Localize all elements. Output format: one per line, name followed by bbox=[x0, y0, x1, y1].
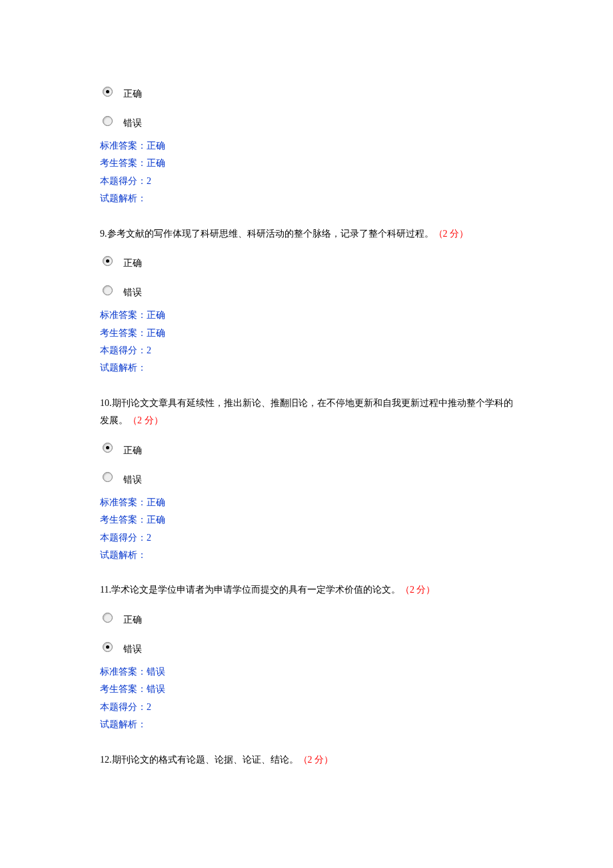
score-value: 2 bbox=[147, 345, 151, 355]
question-number: 12. bbox=[100, 755, 112, 765]
question-text: 12.期刊论文的格式有论题、论据、论证、结论。（2 分） bbox=[100, 751, 513, 769]
radio-selected-icon bbox=[103, 443, 113, 453]
std-answer-prefix: 标准答案： bbox=[100, 497, 147, 507]
option-correct[interactable]: 正确 bbox=[103, 249, 513, 272]
std-answer-prefix: 标准答案： bbox=[100, 141, 147, 151]
radio-selected-icon bbox=[103, 256, 113, 266]
option-wrong[interactable]: 错误 bbox=[103, 635, 513, 658]
question-block: 9.参考文献的写作体现了科研思维、科研活动的整个脉络，记录了整个科研过程。（2 … bbox=[100, 225, 513, 376]
std-answer-value: 错误 bbox=[147, 667, 165, 677]
radio-unselected-icon bbox=[103, 613, 113, 623]
option-correct[interactable]: 正确 bbox=[103, 80, 513, 103]
analysis-line: 试题解析： bbox=[100, 361, 513, 375]
question-number: 10. bbox=[100, 398, 112, 408]
radio-unselected-icon bbox=[103, 116, 113, 126]
standard-answer: 标准答案：正确 bbox=[100, 308, 513, 323]
user-answer-value: 正确 bbox=[147, 328, 165, 338]
analysis-prefix: 试题解析： bbox=[100, 193, 147, 203]
question-block: 11.学术论文是学位申请者为申请学位而提交的具有一定学术价值的论文。（2 分） … bbox=[100, 581, 513, 732]
option-label-correct: 正确 bbox=[123, 445, 142, 457]
score-line: 本题得分：2 bbox=[100, 174, 513, 189]
user-answer-value: 正确 bbox=[147, 515, 165, 525]
question-body: 期刊论文的格式有论题、论据、论证、结论。 bbox=[112, 755, 299, 765]
option-correct[interactable]: 正确 bbox=[103, 437, 513, 459]
standard-answer: 标准答案：错误 bbox=[100, 665, 513, 679]
option-label-wrong: 错误 bbox=[123, 117, 142, 129]
analysis-prefix: 试题解析： bbox=[100, 363, 147, 373]
analysis-line: 试题解析： bbox=[100, 191, 513, 206]
question-block: 10.期刊论文文章具有延续性，推出新论、推翻旧论，在不停地更新和自我更新过程中推… bbox=[100, 395, 513, 563]
score-prefix: 本题得分： bbox=[100, 176, 147, 186]
standard-answer: 标准答案：正确 bbox=[100, 139, 513, 153]
std-answer-prefix: 标准答案： bbox=[100, 310, 147, 320]
radio-selected-icon bbox=[103, 642, 113, 652]
option-wrong[interactable]: 错误 bbox=[103, 466, 513, 489]
std-answer-prefix: 标准答案： bbox=[100, 667, 147, 677]
question-body: 参考文献的写作体现了科研思维、科研活动的整个脉络，记录了整个科研过程。 bbox=[107, 229, 434, 239]
score-prefix: 本题得分： bbox=[100, 345, 147, 355]
question-number: 11. bbox=[100, 585, 111, 595]
std-answer-value: 正确 bbox=[147, 497, 165, 507]
question-text: 10.期刊论文文章具有延续性，推出新论、推翻旧论，在不停地更新和自我更新过程中推… bbox=[100, 395, 513, 430]
option-label-correct: 正确 bbox=[123, 257, 142, 269]
option-correct[interactable]: 正确 bbox=[103, 606, 513, 629]
user-answer: 考生答案：错误 bbox=[100, 682, 513, 697]
question-body: 学术论文是学位申请者为申请学位而提交的具有一定学术价值的论文。 bbox=[111, 585, 400, 595]
question-text: 9.参考文献的写作体现了科研思维、科研活动的整个脉络，记录了整个科研过程。（2 … bbox=[100, 225, 513, 243]
question-points: （2 分） bbox=[434, 229, 469, 239]
score-line: 本题得分：2 bbox=[100, 531, 513, 545]
score-prefix: 本题得分： bbox=[100, 702, 147, 712]
std-answer-value: 正确 bbox=[147, 141, 165, 151]
radio-unselected-icon bbox=[103, 285, 113, 295]
score-line: 本题得分：2 bbox=[100, 343, 513, 358]
option-label-correct: 正确 bbox=[123, 88, 142, 100]
score-value: 2 bbox=[147, 702, 151, 712]
user-answer-prefix: 考生答案： bbox=[100, 328, 147, 338]
option-label-correct: 正确 bbox=[123, 614, 142, 626]
standard-answer: 标准答案：正确 bbox=[100, 495, 513, 510]
question-text: 11.学术论文是学位申请者为申请学位而提交的具有一定学术价值的论文。（2 分） bbox=[100, 581, 513, 599]
question-points: （2 分） bbox=[299, 755, 334, 765]
analysis-line: 试题解析： bbox=[100, 548, 513, 563]
option-label-wrong: 错误 bbox=[123, 474, 142, 486]
score-prefix: 本题得分： bbox=[100, 533, 147, 543]
option-label-wrong: 错误 bbox=[123, 643, 142, 655]
question-number: 9. bbox=[100, 229, 107, 239]
question-points: （2 分） bbox=[400, 585, 436, 595]
analysis-prefix: 试题解析： bbox=[100, 719, 147, 729]
question-block: 正确 错误 标准答案：正确 考生答案：正确 本题得分：2 试题解析： bbox=[100, 80, 513, 207]
std-answer-value: 正确 bbox=[147, 310, 165, 320]
score-value: 2 bbox=[147, 533, 151, 543]
question-block: 12.期刊论文的格式有论题、论据、论证、结论。（2 分） bbox=[100, 751, 513, 769]
question-points: （2 分） bbox=[128, 415, 163, 425]
user-answer-value: 错误 bbox=[147, 684, 165, 694]
user-answer-prefix: 考生答案： bbox=[100, 515, 147, 525]
user-answer-value: 正确 bbox=[147, 158, 165, 168]
radio-unselected-icon bbox=[103, 472, 113, 482]
analysis-line: 试题解析： bbox=[100, 717, 513, 732]
radio-selected-icon bbox=[103, 87, 113, 97]
score-value: 2 bbox=[147, 176, 151, 186]
user-answer-prefix: 考生答案： bbox=[100, 684, 147, 694]
user-answer: 考生答案：正确 bbox=[100, 326, 513, 341]
page-container: 正确 错误 标准答案：正确 考生答案：正确 本题得分：2 试题解析： 9.参考文… bbox=[0, 0, 613, 827]
user-answer-prefix: 考生答案： bbox=[100, 158, 147, 168]
option-wrong[interactable]: 错误 bbox=[103, 109, 513, 132]
score-line: 本题得分：2 bbox=[100, 700, 513, 715]
user-answer: 考生答案：正确 bbox=[100, 156, 513, 171]
analysis-prefix: 试题解析： bbox=[100, 550, 147, 560]
option-wrong[interactable]: 错误 bbox=[103, 279, 513, 301]
option-label-wrong: 错误 bbox=[123, 287, 142, 299]
user-answer: 考生答案：正确 bbox=[100, 513, 513, 527]
